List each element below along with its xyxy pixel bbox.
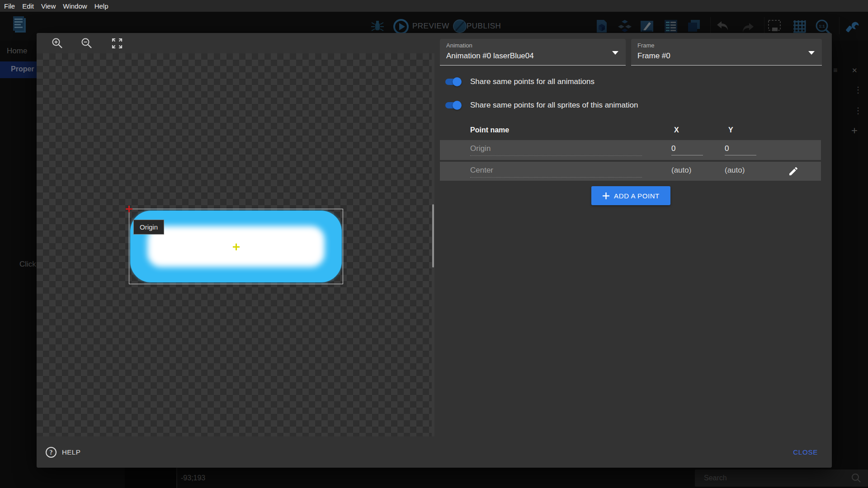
point-x-field[interactable]: 0	[671, 144, 703, 155]
zoom-out-icon[interactable]	[80, 37, 93, 50]
edit-center-point-icon[interactable]	[788, 166, 800, 178]
point-x-value: (auto)	[671, 166, 703, 175]
svg-text:?: ?	[50, 449, 53, 456]
zoom-in-icon[interactable]	[51, 37, 64, 50]
frame-select-label: Frame	[637, 42, 655, 49]
chevron-down-icon	[808, 51, 815, 55]
menu-window[interactable]: Window	[63, 2, 87, 10]
origin-tooltip-label: Origin	[140, 223, 158, 231]
animation-select-value: Animation #0 laserBlue04	[446, 52, 534, 61]
chevron-down-icon	[612, 51, 618, 55]
plus-icon	[602, 192, 610, 200]
menu-bar: File Edit View Window Help	[0, 0, 868, 12]
frame-select[interactable]: Frame Frame #0	[631, 39, 822, 66]
animation-select-label: Animation	[446, 42, 472, 49]
points-panel	[434, 33, 832, 436]
help-icon: ?	[45, 446, 57, 458]
column-header-point-name: Point name	[470, 126, 509, 134]
help-button-label: HELP	[62, 448, 80, 456]
column-header-y: Y	[728, 126, 733, 134]
fit-to-view-icon[interactable]	[111, 37, 123, 50]
frame-select-value: Frame #0	[637, 52, 670, 61]
app-window: File Edit View Window Help PREVIEW PUBLI…	[0, 0, 868, 488]
point-name-field[interactable]: Origin	[470, 144, 642, 156]
menu-view[interactable]: View	[41, 2, 56, 10]
add-a-point-button[interactable]: ADD A POINT	[591, 186, 670, 205]
dialog-footer: ? HELP CLOSE	[37, 436, 832, 468]
animation-select[interactable]: Animation Animation #0 laserBlue04	[440, 39, 626, 66]
menu-file[interactable]: File	[4, 2, 15, 10]
center-point-marker[interactable]	[233, 244, 240, 250]
edit-points-dialog: Origin Animation Animation #0 laserBlue0…	[37, 33, 832, 468]
menu-edit[interactable]: Edit	[22, 2, 34, 10]
help-button[interactable]: ? HELP	[45, 436, 80, 468]
share-points-all-animations-label: Share same points for all animations	[470, 77, 594, 86]
origin-point-marker[interactable]	[126, 206, 132, 212]
close-button[interactable]: CLOSE	[793, 436, 818, 468]
point-y-value: (auto)	[725, 166, 756, 175]
point-name-field[interactable]: Center	[470, 166, 642, 178]
column-header-x: X	[674, 126, 679, 134]
toggle-thumb	[453, 77, 462, 86]
toggle-thumb	[453, 101, 462, 110]
origin-tooltip: Origin	[133, 220, 164, 235]
point-row-center: Center (auto) (auto)	[440, 161, 821, 181]
point-y-field[interactable]: 0	[725, 144, 756, 155]
close-button-label: CLOSE	[793, 448, 818, 456]
add-a-point-label: ADD A POINT	[614, 192, 660, 200]
share-points-all-sprites-label: Share same points for all sprites of thi…	[470, 101, 638, 110]
sprite-canvas[interactable]: Origin	[37, 53, 433, 436]
menu-help[interactable]: Help	[94, 2, 108, 10]
canvas-scrollbar-thumb[interactable]	[432, 204, 434, 267]
share-points-all-animations-toggle[interactable]	[444, 77, 462, 87]
point-row-origin: Origin 0 0	[440, 140, 821, 160]
share-points-all-sprites-toggle[interactable]	[444, 100, 462, 110]
canvas-toolbar	[37, 33, 433, 53]
